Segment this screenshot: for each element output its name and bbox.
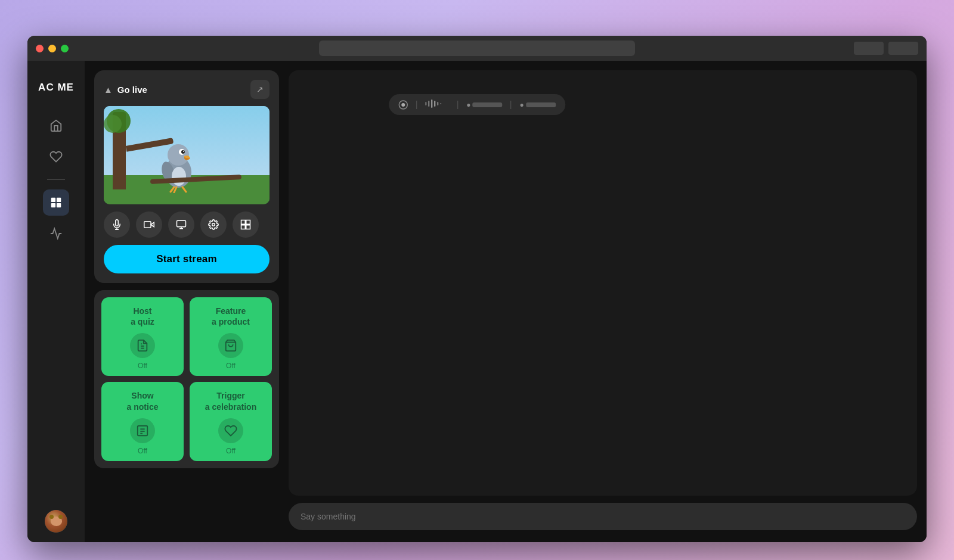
metric-1 [425, 99, 449, 110]
svg-rect-2 [425, 102, 426, 105]
show-notice-icon [130, 418, 155, 443]
start-stream-button[interactable]: Start stream [104, 245, 270, 273]
feature-product-title: Featurea product [212, 306, 250, 327]
svg-rect-9 [57, 197, 61, 201]
maximize-button[interactable] [61, 45, 69, 52]
camera-button[interactable] [136, 211, 162, 238]
sidebar-item-dashboard[interactable] [43, 189, 69, 216]
main-area: ▲ Go live ↗ [85, 61, 927, 542]
chevron-up-icon: ▲ [104, 85, 113, 95]
feature-product-icon [218, 333, 243, 358]
metric-3: ● [520, 101, 556, 109]
sep3 [511, 101, 512, 109]
svg-point-29 [212, 223, 215, 226]
title-bar [27, 36, 927, 61]
sidebar-item-favorites[interactable] [43, 144, 69, 170]
screen-share-button[interactable] [168, 211, 194, 238]
svg-rect-4 [431, 99, 432, 108]
svg-rect-32 [241, 225, 246, 229]
controls-row [104, 211, 270, 238]
go-live-label: Go live [117, 85, 147, 95]
sidebar-item-analytics[interactable] [43, 220, 69, 247]
mic-button[interactable] [104, 211, 130, 238]
title-bar-center [319, 41, 635, 56]
svg-rect-3 [428, 101, 429, 107]
sep1 [416, 101, 417, 109]
sidebar-divider [47, 179, 65, 180]
svg-rect-25 [144, 222, 151, 228]
svg-rect-33 [246, 225, 250, 229]
avatar-image [45, 510, 67, 533]
chat-input[interactable] [289, 503, 917, 530]
host-quiz-icon [130, 333, 155, 358]
title-bar-btn-2[interactable] [888, 42, 918, 55]
metric-2: ● [466, 101, 502, 109]
show-notice-card[interactable]: Showa notice Off [101, 382, 184, 461]
settings-button[interactable] [200, 211, 227, 238]
svg-rect-31 [246, 220, 250, 225]
minimize-button[interactable] [48, 45, 56, 52]
title-bar-right [854, 42, 918, 55]
sep2 [457, 101, 458, 109]
chat-input-container [289, 503, 917, 533]
trigger-celebration-card[interactable]: Triggera celebration Off [190, 382, 272, 461]
expand-button[interactable]: ↗ [250, 80, 270, 99]
svg-rect-10 [51, 203, 55, 207]
host-quiz-card[interactable]: Hosta quiz Off [101, 297, 184, 376]
svg-point-15 [181, 150, 185, 154]
svg-rect-6 [437, 102, 438, 105]
sidebar-item-home[interactable] [43, 113, 69, 139]
feature-product-status: Off [226, 362, 236, 370]
go-live-card: ▲ Go live ↗ [94, 70, 279, 283]
svg-rect-30 [241, 220, 246, 225]
sidebar: AC ME [27, 61, 85, 542]
svg-rect-26 [177, 220, 186, 227]
svg-rect-5 [434, 101, 435, 107]
url-bar[interactable] [319, 41, 635, 56]
user-avatar[interactable] [45, 510, 67, 533]
trigger-celebration-title: Triggera celebration [205, 390, 256, 412]
sidebar-nav [43, 113, 69, 510]
svg-point-16 [183, 151, 184, 152]
traffic-lights [36, 45, 69, 52]
video-preview-content [104, 106, 270, 204]
feature-product-card[interactable]: Featurea product Off [190, 297, 272, 376]
svg-rect-8 [51, 197, 55, 201]
svg-rect-7 [440, 103, 441, 104]
trigger-celebration-icon [218, 418, 243, 443]
svg-line-18 [171, 187, 174, 192]
right-panel [289, 70, 917, 533]
layout-button[interactable] [233, 211, 259, 238]
svg-marker-24 [151, 222, 154, 227]
expand-icon: ↗ [256, 85, 264, 94]
show-notice-title: Showa notice [127, 390, 159, 412]
app-content: AC ME [27, 61, 927, 542]
host-quiz-title: Hosta quiz [131, 306, 154, 327]
go-live-title: ▲ Go live [104, 85, 147, 95]
stream-area [289, 70, 917, 496]
show-notice-status: Off [138, 447, 147, 455]
svg-rect-11 [57, 203, 61, 207]
svg-point-21 [172, 167, 186, 186]
window-frame: ● ● AC ME [27, 36, 927, 542]
svg-point-1 [401, 103, 405, 107]
go-live-header: ▲ Go live ↗ [104, 80, 270, 99]
trigger-celebration-status: Off [226, 447, 236, 455]
left-panel: ▲ Go live ↗ [94, 70, 279, 533]
title-bar-btn-1[interactable] [854, 42, 884, 55]
action-cards-grid: Hosta quiz Off [94, 290, 279, 468]
status-pill: ● ● [389, 94, 565, 115]
close-button[interactable] [36, 45, 44, 52]
host-quiz-status: Off [138, 362, 147, 370]
app-logo: AC ME [38, 82, 74, 94]
svg-point-13 [168, 144, 189, 166]
video-preview [104, 106, 270, 204]
svg-line-20 [182, 187, 186, 192]
live-icon [398, 100, 408, 110]
